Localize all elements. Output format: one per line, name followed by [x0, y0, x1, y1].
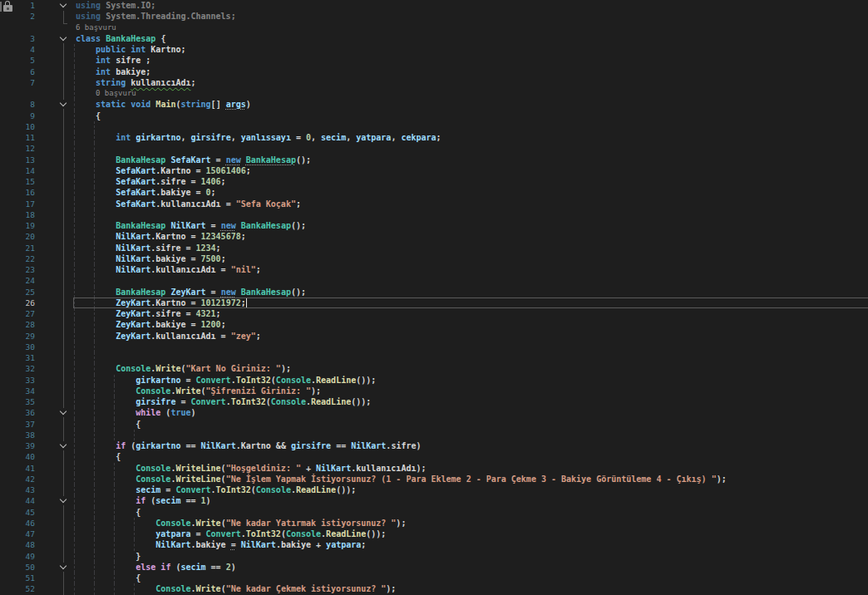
code-line[interactable]: 9{	[0, 111, 868, 121]
codelens-row[interactable]: 6 başvuru	[0, 22, 868, 33]
code-line[interactable]: 22NilKart.bakiye = 7500;	[0, 253, 868, 264]
line-number[interactable]: 16	[0, 187, 35, 198]
code-line[interactable]: 40{	[0, 451, 868, 462]
line-number[interactable]: 21	[0, 243, 35, 253]
code-line[interactable]: 21NilKart.sifre = 1234;	[0, 243, 868, 253]
code-line[interactable]: 13BankaHesap SefaKart = new BankaHesap()…	[0, 155, 868, 165]
line-number[interactable]: 9	[0, 111, 35, 121]
line-number[interactable]: 22	[0, 253, 35, 264]
code-editor[interactable]: 1using System.IO;2using System.Threading…	[0, 0, 868, 595]
code-line[interactable]: 6int bakiye;	[0, 66, 868, 77]
code-line[interactable]: 50else if (secim == 2)	[0, 562, 868, 573]
code-line[interactable]: 51{	[0, 573, 868, 583]
line-number[interactable]: 7	[0, 77, 35, 88]
code-line[interactable]: 15SefaKart.sifre = 1406;	[0, 176, 868, 187]
line-number[interactable]: 12	[0, 143, 35, 154]
code-line[interactable]: 39if (girkartno == NilKart.Kartno && gir…	[0, 440, 868, 451]
line-number[interactable]: 44	[0, 495, 35, 506]
line-number[interactable]: 8	[0, 99, 35, 110]
line-number[interactable]: 32	[0, 363, 35, 374]
code-line[interactable]: 2using System.Threading.Channels;	[0, 11, 868, 22]
chevron-down-icon[interactable]	[57, 100, 69, 109]
line-number[interactable]: 14	[0, 165, 35, 176]
code-line[interactable]: 24	[0, 275, 868, 286]
code-line[interactable]: 18	[0, 209, 868, 220]
code-line[interactable]: 10	[0, 121, 868, 132]
line-number[interactable]: 11	[0, 132, 35, 143]
line-number[interactable]: 20	[0, 231, 35, 242]
code-line[interactable]: 28ZeyKart.bakiye = 1200;	[0, 319, 868, 330]
code-line[interactable]: 45{	[0, 507, 868, 518]
line-number[interactable]: 42	[0, 474, 35, 484]
line-number[interactable]: 2	[0, 11, 35, 22]
code-line[interactable]: 34Console.Write("Şifrenizi Giriniz: ");	[0, 386, 868, 396]
line-number[interactable]: 38	[0, 430, 35, 440]
line-number[interactable]: 35	[0, 396, 35, 407]
line-number[interactable]: 26	[0, 298, 35, 308]
line-number[interactable]: 34	[0, 386, 35, 396]
code-line[interactable]: 41Console.WriteLine("Hoşgeldiniz: " + Ni…	[0, 463, 868, 474]
code-line[interactable]: 52Console.Write("Ne kadar Çekmek istiyor…	[0, 583, 868, 594]
line-number[interactable]: 19	[0, 220, 35, 231]
code-line[interactable]: 36while (true)	[0, 407, 868, 418]
line-number[interactable]: 10	[0, 121, 35, 132]
code-line[interactable]: 31	[0, 352, 868, 363]
line-number[interactable]: 43	[0, 484, 35, 495]
code-line[interactable]: 37{	[0, 419, 868, 430]
code-line[interactable]: 17SefaKart.kullanıcıAdı = "Sefa Koçak";	[0, 199, 868, 209]
code-line[interactable]: 27ZeyKart.sifre = 4321;	[0, 308, 868, 319]
code-line[interactable]: 12	[0, 143, 868, 154]
line-number[interactable]: 37	[0, 419, 35, 430]
line-number[interactable]: 51	[0, 573, 35, 583]
line-number[interactable]: 45	[0, 507, 35, 518]
code-line[interactable]: 25BankaHesap ZeyKart = new BankaHesap();	[0, 287, 868, 298]
code-line[interactable]: 33girkartno = Convert.ToInt32(Console.Re…	[0, 375, 868, 386]
chevron-down-icon[interactable]	[57, 563, 69, 572]
codelens-row[interactable]: 0 başvuru	[0, 88, 868, 99]
code-line[interactable]: 16SefaKart.bakiye = 0;	[0, 187, 868, 198]
line-number[interactable]: 29	[0, 331, 35, 342]
code-line[interactable]: 19BankaHesap NilKart = new BankaHesap();	[0, 220, 868, 231]
code-line[interactable]: 44if (secim == 1)	[0, 495, 868, 506]
chevron-down-icon[interactable]	[57, 1, 69, 10]
code-line[interactable]: 29ZeyKart.kullanıcıAdı = "zey";	[0, 331, 868, 342]
code-line[interactable]: 49}	[0, 551, 868, 562]
chevron-down-icon[interactable]	[57, 34, 69, 43]
line-number[interactable]: 5	[0, 55, 35, 66]
line-number[interactable]: 33	[0, 375, 35, 386]
line-number[interactable]: 48	[0, 539, 35, 550]
code-line[interactable]: 3class BankaHesap {	[0, 33, 868, 44]
line-number[interactable]: 36	[0, 407, 35, 418]
code-line[interactable]: 20NilKart.Kartno = 12345678;	[0, 231, 868, 242]
code-line[interactable]: 23NilKart.kullanıcıAdı = "nil";	[0, 264, 868, 275]
chevron-down-icon[interactable]	[57, 441, 69, 450]
code-line[interactable]: 26ZeyKart.Kartno = 10121972;	[0, 298, 868, 308]
code-line[interactable]: 4public int Kartno;	[0, 44, 868, 55]
line-number[interactable]: 39	[0, 440, 35, 451]
code-line[interactable]: 11int girkartno, girsifre, yanlıssayı = …	[0, 132, 868, 143]
line-number[interactable]: 40	[0, 451, 35, 462]
code-line[interactable]: 35girsifre = Convert.ToInt32(Console.Rea…	[0, 396, 868, 407]
chevron-down-icon[interactable]	[57, 408, 69, 417]
line-number[interactable]: 30	[0, 342, 35, 352]
line-number[interactable]: 6	[0, 66, 35, 77]
code-line[interactable]: 7string kullanıcıAdı;	[0, 77, 868, 88]
line-number[interactable]: 47	[0, 529, 35, 539]
chevron-down-icon[interactable]	[57, 496, 69, 505]
line-number[interactable]: 3	[0, 33, 35, 44]
line-number[interactable]: 18	[0, 209, 35, 220]
line-number[interactable]: 41	[0, 463, 35, 474]
line-number[interactable]: 52	[0, 583, 35, 594]
code-line[interactable]: 8static void Main(string[] args)	[0, 99, 868, 110]
line-number[interactable]: 31	[0, 352, 35, 363]
codelens-text[interactable]: 6 başvuru	[76, 23, 116, 32]
line-number[interactable]: 23	[0, 264, 35, 275]
code-line[interactable]: 32Console.Write("Kart No Giriniz: ");	[0, 363, 868, 374]
code-line[interactable]: 38	[0, 430, 868, 440]
line-number[interactable]: 17	[0, 199, 35, 209]
code-line[interactable]: 42Console.WriteLine("Ne İşlem Yapmak İst…	[0, 474, 868, 484]
line-number[interactable]: 4	[0, 44, 35, 55]
codelens-text[interactable]: 0 başvuru	[96, 89, 136, 97]
code-line[interactable]: 5int sifre ;	[0, 55, 868, 66]
line-number[interactable]: 27	[0, 308, 35, 319]
